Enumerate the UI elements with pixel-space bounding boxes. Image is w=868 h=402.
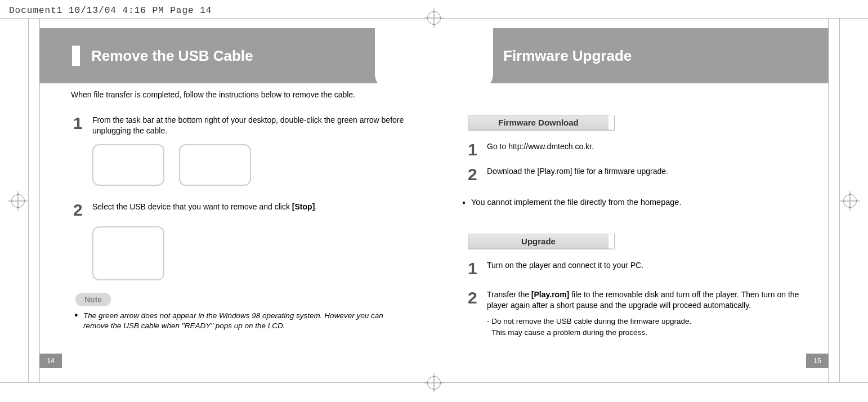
registration-mark-top-icon [427,11,441,25]
section-a-bullet: You cannot implement the file directly f… [471,198,809,207]
doc-header: Document1 10/13/04 4:16 PM Page 14 [9,6,212,16]
note-label: Note [75,293,111,306]
crop-line-left-outer [28,18,29,383]
section-upgrade: Upgrade [468,234,829,249]
section-firmware-download: Firmware Download [468,115,829,130]
right-b-step-1: 1 Turn on the player and connect it to y… [468,260,829,277]
step-text-bold: [Stop] [292,202,315,211]
screenshot-row [92,144,434,186]
registration-mark-bottom-icon [427,376,441,390]
step-text: Go to http://www.dmtech.co.kr. [487,141,594,158]
step-number: 1 [73,115,92,136]
left-intro-text: When file transfer is completed, follow … [71,90,434,99]
page-left: When file transfer is completed, follow … [39,28,434,368]
page-right: Firmware Download 1 Go to http://www.dmt… [434,28,829,368]
step-text-pre: Transfer the [487,290,531,299]
note-body: The green arrow does not appear in the W… [83,311,399,331]
step-text: Download the [Play.rom] file for a firmw… [487,166,668,183]
step-text-post: . [315,202,317,211]
step-number: 1 [468,260,487,277]
left-step-1: 1 From the task bar at the bottom right … [73,115,434,136]
left-step-2: 2 Select the USB device that you want to… [73,202,434,218]
section-label: Upgrade [468,234,614,249]
step-number: 2 [468,166,487,183]
registration-mark-right-icon [843,194,857,208]
right-b-step-2: 2 Transfer the [Play.rom] file to the re… [468,289,829,338]
step-text: Select the USB device that you want to r… [92,202,317,218]
step-text-pre: Select the USB device that you want to r… [92,202,292,211]
screenshot-placeholder [92,144,164,186]
step-text: From the task bar at the bottom right of… [92,115,419,136]
screenshot-row-single [92,226,434,280]
right-a-step-2: 2 Download the [Play.rom] file for a fir… [468,166,829,183]
spine-notch [375,28,493,90]
step-number: 2 [468,289,487,338]
step-text-bold: [Play.rom] [531,290,569,299]
page-number-left: 14 [39,354,62,368]
crop-line-right-outer [839,18,840,383]
registration-mark-left-icon [11,194,25,208]
step-number: 2 [73,202,92,218]
section-label: Firmware Download [468,115,614,130]
step-text: Transfer the [Play.rom] file to the remo… [487,289,813,338]
step-number: 1 [468,141,487,158]
right-a-step-1: 1 Go to http://www.dmtech.co.kr. [468,141,829,158]
page-number-right: 15 [806,354,829,368]
step-text: Turn on the player and connect it to you… [487,260,643,277]
step-subtext-2: This may cause a problem during the proc… [487,328,813,338]
screenshot-placeholder [92,226,164,280]
step-subtext-1: - Do not remove the USB cable during the… [487,316,813,327]
page-spread: Remove the USB Cable Firmware Upgrade Wh… [39,28,829,368]
screenshot-placeholder [179,144,251,186]
